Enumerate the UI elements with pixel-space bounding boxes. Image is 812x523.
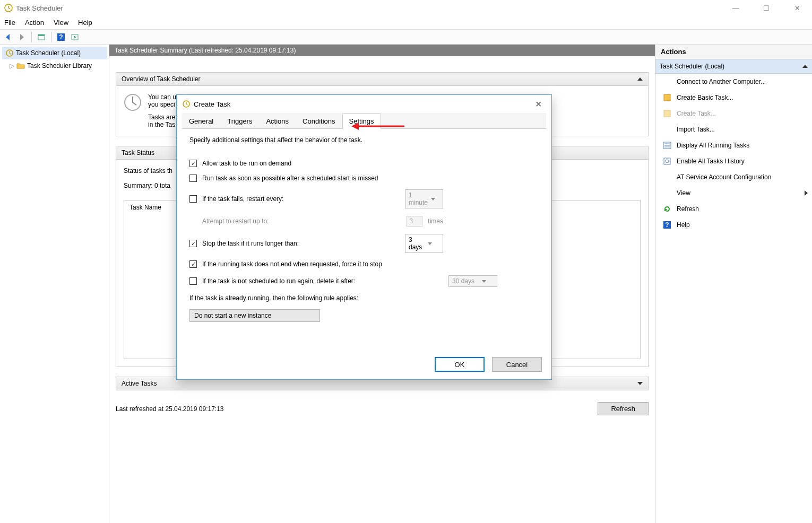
toolbar: ? [0, 30, 812, 45]
action-at-config[interactable]: AT Service Account Configuration [655, 169, 812, 185]
refresh-button[interactable]: Refresh [598, 402, 649, 415]
maximize-button[interactable]: ☐ [756, 4, 777, 12]
svg-rect-14 [664, 158, 670, 164]
label-stop-longer: Stop the task if it runs longer than: [202, 240, 299, 247]
navigation-tree: Task Scheduler (Local) ▷ Task Scheduler … [0, 45, 109, 523]
overview-title: Overview of Task Scheduler [122, 75, 201, 83]
action-help[interactable]: ? Help [655, 217, 812, 233]
menubar: File Action View Help [0, 16, 812, 30]
label-attempt-restart: Attempt to restart up to: [202, 217, 269, 225]
action-refresh[interactable]: Refresh [655, 201, 812, 217]
expand-icon[interactable] [637, 382, 643, 385]
active-tasks-title: Active Tasks [122, 380, 157, 387]
svg-point-15 [666, 160, 669, 163]
action-enable-history[interactable]: Enable All Tasks History [655, 153, 812, 169]
overview-text-3: Tasks are [148, 114, 176, 121]
collapse-icon[interactable] [802, 65, 808, 68]
menu-view[interactable]: View [54, 19, 68, 27]
actions-header: Actions [655, 45, 812, 59]
tab-triggers[interactable]: Triggers [220, 114, 259, 129]
window-buttons: — ☐ ✕ [725, 4, 808, 12]
task-scheduler-icon [4, 4, 13, 12]
wizard-icon [663, 93, 671, 102]
menu-help[interactable]: Help [78, 19, 92, 27]
action-connect-label: Connect to Another Computer... [677, 78, 766, 85]
config-icon [663, 173, 671, 181]
checkbox-if-fails[interactable] [189, 195, 197, 203]
create-task-dialog: Create Task ✕ General Triggers Actions C… [176, 94, 552, 380]
view-icon [663, 189, 671, 197]
scheduler-icon [5, 49, 14, 57]
ok-button[interactable]: OK [435, 357, 485, 372]
action-enable-history-label: Enable All Tasks History [677, 158, 745, 165]
dialog-close-button[interactable]: ✕ [530, 99, 546, 109]
tree-library[interactable]: ▷ Task Scheduler Library [2, 59, 107, 72]
combo-fail-interval-value: 1 minute [409, 191, 428, 206]
action-view-label: View [677, 189, 690, 197]
action-create-task[interactable]: Create Task... [655, 106, 812, 121]
label-times: times [428, 217, 443, 225]
svg-text:?: ? [59, 33, 63, 41]
folder-icon [16, 62, 25, 70]
checkbox-delete-after[interactable] [189, 277, 197, 285]
checkbox-stop-longer[interactable] [189, 240, 197, 247]
submenu-arrow-icon [805, 190, 808, 196]
combo-fail-interval[interactable]: 1 minute [405, 189, 443, 208]
label-force-stop: If the running task does not end when re… [202, 260, 382, 268]
label-delete-after: If the task is not scheduled to run agai… [202, 277, 355, 285]
combo-rule[interactable]: Do not start a new instance [189, 309, 320, 322]
action-import[interactable]: Import Task... [655, 121, 812, 137]
titlebar: Task Scheduler — ☐ ✕ [0, 0, 812, 16]
annotation-arrow [351, 121, 404, 132]
minimize-button[interactable]: — [725, 4, 746, 12]
close-button[interactable]: ✕ [787, 4, 808, 12]
list-icon [663, 141, 671, 150]
action-connect[interactable]: Connect to Another Computer... [655, 74, 812, 90]
forward-button[interactable] [16, 31, 28, 43]
menu-file[interactable]: File [4, 19, 15, 27]
help-icon[interactable]: ? [55, 31, 67, 43]
action-display-running[interactable]: Display All Running Tasks [655, 137, 812, 153]
collapse-icon[interactable] [637, 77, 643, 81]
tree-root[interactable]: Task Scheduler (Local) [2, 47, 107, 59]
label-run-asap: Run task as soon as possible after a sch… [202, 175, 378, 182]
action-import-label: Import Task... [677, 126, 715, 133]
action-display-running-label: Display All Running Tasks [677, 142, 749, 149]
action-refresh-label: Refresh [677, 205, 699, 213]
action-create-basic[interactable]: Create Basic Task... [655, 90, 812, 106]
run-icon[interactable] [69, 31, 81, 43]
svg-text:?: ? [665, 221, 669, 229]
dialog-title: Create Task [194, 100, 530, 108]
combo-delete-duration-value: 30 days [452, 277, 474, 285]
task-name-header: Task Name [129, 204, 161, 211]
clock-icon [124, 93, 142, 111]
combo-delete-duration[interactable]: 30 days [448, 275, 497, 287]
overview-text-4: in the Tas [148, 121, 176, 128]
properties-icon[interactable] [36, 31, 47, 43]
combo-stop-duration[interactable]: 3 days [405, 234, 443, 253]
expand-icon[interactable]: ▷ [10, 62, 14, 69]
checkbox-run-asap[interactable] [189, 175, 197, 182]
dialog-icon [182, 100, 191, 108]
svg-rect-9 [664, 110, 670, 117]
input-attempt-count[interactable]: 3 [407, 216, 422, 226]
tab-conditions[interactable]: Conditions [296, 114, 342, 129]
checkbox-allow-demand[interactable] [189, 160, 197, 167]
cancel-button[interactable]: Cancel [492, 357, 542, 372]
checkbox-force-stop[interactable] [189, 260, 197, 268]
label-if-fails: If the task fails, restart every: [202, 195, 283, 203]
tab-general[interactable]: General [182, 114, 220, 129]
tree-root-label: Task Scheduler (Local) [16, 49, 81, 57]
svg-rect-2 [38, 34, 45, 36]
menu-action[interactable]: Action [25, 19, 44, 27]
computer-icon [663, 77, 671, 86]
summary-header: Task Scheduler Summary (Last refreshed: … [109, 45, 655, 56]
combo-rule-value: Do not start a new instance [194, 312, 271, 319]
action-at-config-label: AT Service Account Configuration [677, 173, 771, 181]
action-create-basic-label: Create Basic Task... [677, 94, 733, 101]
history-icon [663, 157, 671, 165]
combo-stop-duration-value: 3 days [409, 236, 425, 251]
tab-actions[interactable]: Actions [259, 114, 296, 129]
back-button[interactable] [2, 31, 14, 43]
action-view[interactable]: View [655, 185, 812, 201]
